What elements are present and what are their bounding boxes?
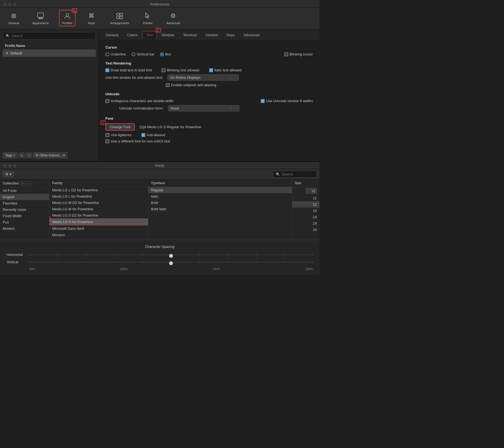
italic-text-checkbox[interactable]: Italic text allowed (209, 68, 242, 72)
tick-labels: 50% 100% 150% 200% (7, 267, 313, 271)
collection-item[interactable]: All Fonts (0, 187, 49, 194)
collection-item[interactable]: Modern (0, 225, 49, 232)
fonts-maximize-button[interactable] (13, 164, 16, 167)
tags-button[interactable]: Tags > (3, 152, 18, 158)
typeface-header: Typeface (148, 180, 292, 187)
search-bar[interactable]: 🔍 (3, 32, 96, 40)
ambiguous-checkbox[interactable]: Ambiguous characters are double-width (105, 99, 173, 103)
typeface-item-italic[interactable]: Italic (148, 193, 292, 200)
tab-colors[interactable]: Colors (123, 31, 142, 39)
toolbar-item-profiles[interactable]: Profiles 1. (59, 10, 75, 26)
subpixel-box[interactable] (166, 83, 170, 87)
blinking-text-checkbox[interactable]: Blinking text allowed (162, 68, 199, 72)
different-font-checkbox[interactable]: Use a different font for non-ASCII text (105, 139, 170, 143)
profile-item-default[interactable]: ★ Default (3, 49, 96, 57)
toolbar-item-general[interactable]: ⊞ General (5, 10, 22, 26)
family-item-active[interactable]: Meslo LG S for Powerline 4. (49, 219, 148, 225)
family-item[interactable]: Meslo LG M DZ for Powerline (49, 200, 148, 206)
toolbar-item-appearance[interactable]: Appearance (30, 10, 51, 26)
anti-aliased-box[interactable] (141, 133, 145, 137)
horizontal-slider-thumb[interactable] (169, 254, 173, 258)
size-item-active[interactable]: 12 (292, 201, 320, 208)
typeface-item-bold[interactable]: Bold (148, 200, 292, 206)
size-item[interactable]: 18 (292, 220, 320, 226)
vertical-slider-thumb[interactable] (169, 261, 173, 265)
collection-item[interactable]: Favorites (0, 200, 49, 206)
fonts-search-bar[interactable]: 🔍 (273, 171, 317, 178)
toolbar-item-pointer[interactable]: Pointer (139, 10, 156, 26)
thin-strokes-dropdown[interactable]: On Retina Displays ⌄ (167, 74, 239, 81)
collection-item[interactable]: English (0, 194, 49, 200)
tab-session[interactable]: Session (201, 31, 222, 39)
fonts-close-button[interactable] (3, 164, 7, 167)
family-item[interactable]: Meslo LG L for Powerline (49, 193, 148, 200)
ligatures-checkbox[interactable]: Use ligatures (105, 133, 131, 137)
change-font-button[interactable]: Change Font (105, 123, 135, 131)
blinking-text-box[interactable] (162, 68, 166, 72)
unicode-version-box[interactable] (261, 99, 265, 103)
family-item[interactable]: Meslo LG S DZ for Powerline (49, 212, 148, 219)
size-item[interactable]: 24 (292, 226, 320, 233)
remove-collection-button[interactable]: − (27, 181, 32, 186)
toolbar-item-keys[interactable]: ⌘ Keys (83, 10, 100, 26)
typeface-item-bold-italic[interactable]: Bold Italic (148, 206, 292, 212)
main-content: 🔍 Profile Name ★ Default Tags > + − ⚙ Ot… (0, 29, 320, 161)
font-title: Font (105, 116, 313, 121)
tab-text[interactable]: Text 2. (142, 31, 157, 39)
family-item[interactable]: Meslo LG M for Powerline (49, 206, 148, 212)
close-button[interactable] (3, 3, 7, 6)
family-item[interactable]: Meslo LG L DZ for Powerline (49, 187, 148, 193)
unicode-norm-dropdown[interactable]: None ⌄ (168, 105, 239, 111)
fonts-search-input[interactable] (282, 172, 314, 176)
collection-header: Collection + − (0, 180, 49, 187)
collection-item[interactable]: Fun (0, 219, 49, 225)
ligatures-box[interactable] (105, 133, 109, 137)
size-input[interactable] (306, 188, 317, 194)
size-item[interactable]: 13 (292, 208, 320, 214)
typeface-items: Regular Italic Bold Bold Italic (148, 187, 292, 240)
other-actions-button[interactable]: ⚙ Other Actions... ▾ (33, 152, 67, 158)
profiles-icon (63, 12, 72, 20)
box-radio[interactable] (160, 52, 164, 56)
remove-profile-button[interactable]: − (26, 153, 32, 158)
tab-advanced[interactable]: Advanced (239, 31, 264, 39)
draw-bold-checkbox[interactable]: Draw bold text in bold font (105, 68, 152, 72)
family-item[interactable]: Monaco (49, 232, 148, 238)
toolbar-item-arrangements[interactable]: Arrangements (107, 10, 132, 26)
blinking-cursor-box[interactable] (284, 52, 288, 56)
ambiguous-box[interactable] (105, 99, 109, 103)
size-item[interactable]: 14 (292, 214, 320, 220)
blinking-cursor-checkbox[interactable]: Blinking cursor (284, 52, 313, 56)
add-collection-button[interactable]: + (20, 181, 25, 186)
subpixel-checkbox[interactable]: Enable subpixel anti-aliasing (166, 83, 216, 87)
italic-text-box[interactable] (209, 68, 213, 72)
cursor-box[interactable]: Box (160, 52, 171, 56)
text-rendering-section: Text Rendering Draw bold text in bold fo… (105, 61, 313, 87)
cursor-vertical-bar[interactable]: Vertical bar (131, 52, 155, 56)
anti-aliased-checkbox[interactable]: Anti-aliased (141, 133, 165, 137)
fonts-gear-button[interactable]: ⚙ ▾ (3, 171, 14, 177)
collection-item[interactable]: Recently Used (0, 206, 49, 213)
underline-radio[interactable] (105, 52, 109, 56)
vertical-bar-radio[interactable] (131, 52, 135, 56)
maximize-button[interactable] (13, 3, 16, 6)
unicode-version-checkbox[interactable]: Use Unicode version 9 widths (261, 99, 313, 103)
sidebar-bottom: Tags > + − ⚙ Other Actions... ▾ (3, 150, 96, 158)
minimize-button[interactable] (8, 3, 12, 6)
fonts-minimize-button[interactable] (8, 164, 12, 167)
size-item[interactable]: 11 (292, 195, 320, 201)
font-row2: Use ligatures Anti-aliased (105, 133, 313, 137)
toolbar-item-advanced[interactable]: ⚙ Advanced (164, 10, 183, 26)
tab-general[interactable]: General (102, 31, 122, 39)
cursor-underline[interactable]: Underline (105, 52, 126, 56)
add-profile-button[interactable]: + (19, 153, 25, 158)
tab-keys[interactable]: Keys (223, 31, 239, 39)
search-input[interactable] (12, 34, 93, 38)
pointer-icon (143, 12, 152, 20)
tab-terminal[interactable]: Terminal (179, 31, 201, 39)
typeface-item-regular[interactable]: Regular (148, 187, 292, 193)
different-font-box[interactable] (105, 139, 109, 143)
collection-item[interactable]: Fixed Width (0, 213, 49, 219)
family-item[interactable]: Microsoft Sans Serif (49, 225, 148, 232)
draw-bold-box[interactable] (105, 68, 109, 72)
